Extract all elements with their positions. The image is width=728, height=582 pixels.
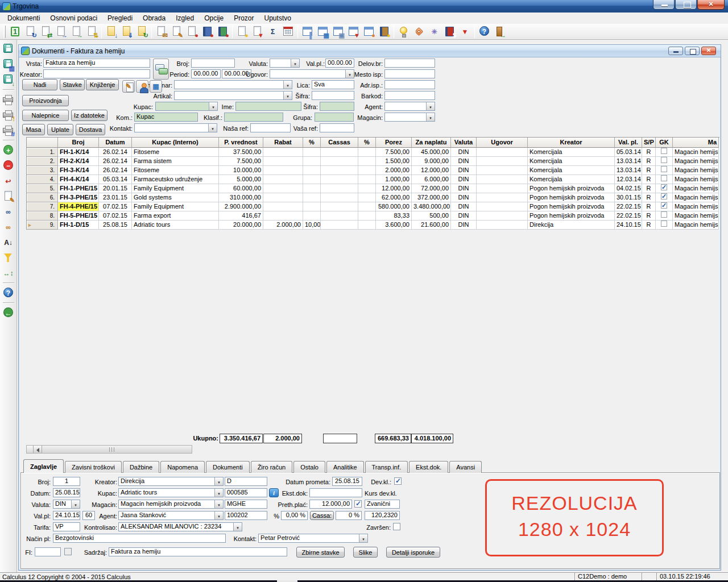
klasif-input[interactable] bbox=[224, 113, 283, 122]
edit-row-icon[interactable]: ✎ bbox=[1, 189, 15, 203]
save-window-icon[interactable]: ▥ bbox=[1, 57, 15, 72]
zavrsen-checkbox[interactable] bbox=[393, 523, 400, 530]
f-kupac-code-input[interactable]: 000585 bbox=[225, 488, 267, 497]
grid-header-gk[interactable]: GK bbox=[656, 138, 673, 148]
chevron-down-icon[interactable] bbox=[209, 102, 217, 110]
close-button[interactable] bbox=[697, 0, 725, 10]
tab-avansi[interactable]: Avansi bbox=[449, 461, 482, 473]
adrisp-input[interactable] bbox=[384, 80, 435, 89]
broj-input[interactable] bbox=[191, 59, 235, 68]
delovbr-input[interactable] bbox=[384, 59, 435, 68]
copy-view-icon[interactable]: ▣ bbox=[331, 24, 345, 39]
scrollbar-grip[interactable] bbox=[27, 446, 34, 453]
table-row[interactable]: 9.FH-1-D/1525.08.15Adriatic tours20.000,… bbox=[27, 221, 719, 230]
table-row[interactable]: 2.FH-2-K/1426.02.14Farma sistem7.500,001… bbox=[27, 157, 719, 166]
grid-header-valuta[interactable]: Valuta bbox=[451, 138, 477, 148]
ledger-green-icon[interactable]: ● bbox=[216, 24, 230, 39]
tab-žiro-račun[interactable]: Žiro račun bbox=[251, 461, 293, 473]
gk-checkbox[interactable] bbox=[661, 157, 667, 163]
grid-header-pv[interactable]: P. vrednost bbox=[219, 138, 263, 148]
chevron-down-icon[interactable] bbox=[214, 489, 223, 497]
nacin-input[interactable]: Bezgotovinski bbox=[53, 534, 226, 543]
ekstdok-input[interactable] bbox=[309, 488, 362, 497]
tab-ostalo[interactable]: Ostalo bbox=[293, 461, 325, 473]
gk-checkbox[interactable] bbox=[661, 202, 667, 209]
table-row[interactable]: 3.FH-3-K/1426.02.14Fitoseme10.000,002.00… bbox=[27, 166, 719, 175]
refresh-document-icon[interactable]: ⇄ bbox=[39, 24, 53, 39]
vasaref-input[interactable] bbox=[320, 123, 354, 132]
menu-uputstvo[interactable]: Uputstvo bbox=[259, 13, 296, 24]
artikal-dropdown[interactable] bbox=[174, 91, 292, 100]
labels-icon[interactable] bbox=[412, 24, 426, 39]
tab-dažbine[interactable]: Dažbine bbox=[123, 461, 159, 473]
priority-icon[interactable]: ▼ bbox=[458, 24, 472, 39]
chevron-down-icon[interactable] bbox=[291, 59, 299, 67]
kreator-input[interactable] bbox=[43, 69, 150, 78]
documents-grid[interactable]: BrojDatumKupac (Interno)P. vrednostRabat… bbox=[26, 137, 719, 230]
restore-button[interactable] bbox=[675, 0, 697, 10]
izdatoteke-button[interactable]: Iz datoteke bbox=[71, 110, 107, 121]
grid-header-porez[interactable]: Porez bbox=[376, 138, 412, 148]
devkl-checkbox[interactable] bbox=[394, 477, 402, 485]
fi-input[interactable] bbox=[35, 547, 61, 556]
print-fast-icon[interactable]: ! bbox=[1, 108, 15, 122]
kom-input[interactable]: Kupac bbox=[134, 113, 198, 122]
chevron-down-icon[interactable] bbox=[214, 500, 223, 508]
doc-minimize-button[interactable] bbox=[668, 47, 683, 55]
f-magacin-code-input[interactable]: MGHE bbox=[225, 500, 267, 509]
detalji-isporuke-button[interactable]: Detalji isporuke bbox=[386, 547, 440, 558]
minimize-button[interactable] bbox=[653, 0, 675, 10]
nadi-button[interactable]: Nađi bbox=[22, 79, 57, 90]
send-mail-icon[interactable]: ✉ bbox=[154, 24, 168, 39]
view-grid-icon[interactable]: ▦ bbox=[316, 24, 330, 39]
delete-row-icon[interactable]: − bbox=[1, 159, 15, 173]
chevron-down-icon[interactable] bbox=[359, 534, 367, 542]
save-icon[interactable] bbox=[1, 42, 15, 56]
preth-checkbox[interactable] bbox=[354, 500, 362, 508]
masa-button[interactable]: Masa bbox=[22, 124, 45, 135]
tab-dokumenti[interactable]: Dokumenti bbox=[206, 461, 250, 473]
menu-pregledi[interactable]: Pregledi bbox=[102, 13, 138, 24]
table-row[interactable]: 7.FH-4-PHE/1507.02.15Family Equipment2.9… bbox=[27, 202, 719, 211]
grupa-input[interactable] bbox=[315, 113, 354, 122]
undo-icon[interactable]: ↩ bbox=[1, 174, 15, 188]
grid-header-rabat[interactable]: Rabat bbox=[263, 138, 303, 148]
chevron-down-icon[interactable] bbox=[426, 102, 435, 110]
valpl-input[interactable]: 00.00.00 bbox=[325, 59, 354, 68]
user-info-button[interactable] bbox=[136, 80, 148, 93]
edit-document-icon[interactable]: ✎ bbox=[169, 24, 184, 39]
f-kontakt-dropdown[interactable]: Petar Petrović bbox=[258, 534, 368, 543]
org-structure-button[interactable]: ▦ bbox=[150, 80, 162, 93]
ledger-blue-icon[interactable]: ● bbox=[200, 24, 214, 39]
table-row[interactable]: 5.FH-1-PHE/1520.01.15Family Equipment60.… bbox=[27, 184, 719, 193]
f-valuta-dropdown[interactable]: DIN bbox=[53, 500, 80, 509]
documents-filter-icon[interactable]: ▼ bbox=[250, 24, 264, 39]
gk-checkbox[interactable] bbox=[661, 221, 667, 227]
menu-osnovni-podaci[interactable]: Osnovni podaci bbox=[45, 13, 102, 24]
knjizenje-button[interactable]: Knjiženje bbox=[86, 79, 119, 90]
menu-prozor[interactable]: Prozor bbox=[229, 13, 259, 24]
slike-button[interactable]: Slike bbox=[353, 547, 378, 558]
toolbar-grip[interactable] bbox=[3, 26, 6, 38]
period-from-input[interactable]: 00.00.00 bbox=[191, 69, 221, 78]
sadrzaj-input[interactable]: Faktura za hemiju bbox=[109, 547, 287, 556]
tab-zavisni-troškovi[interactable]: Zavisni troškovi bbox=[65, 461, 122, 473]
ugovor-dropdown[interactable] bbox=[270, 69, 354, 78]
find-icon[interactable]: ∞ bbox=[1, 205, 15, 219]
zbirne-stavke-button[interactable]: Zbirne stavke bbox=[296, 547, 345, 558]
chevron-down-icon[interactable] bbox=[214, 477, 223, 485]
chevron-down-icon[interactable] bbox=[283, 92, 292, 99]
table-row[interactable]: 8.FH-5-PHE/1507.02.15Farma export416,678… bbox=[27, 211, 719, 221]
tarifa-input[interactable]: VP bbox=[53, 522, 80, 531]
chevron-down-icon[interactable] bbox=[345, 70, 354, 78]
f-kreator-code-input[interactable]: D bbox=[225, 477, 267, 486]
next-document-icon[interactable]: → bbox=[54, 24, 68, 39]
menu-dokumenti[interactable]: Dokumenti bbox=[2, 13, 45, 24]
chevron-down-icon[interactable] bbox=[71, 500, 80, 508]
ime-input[interactable] bbox=[235, 102, 301, 111]
gk-checkbox[interactable] bbox=[661, 166, 667, 172]
kontakt-dropdown[interactable] bbox=[134, 123, 217, 132]
tab-transp-inf-[interactable]: Transp.inf. bbox=[365, 461, 408, 473]
add-row-icon[interactable]: + bbox=[1, 143, 15, 157]
menu-obrada[interactable]: Obrada bbox=[138, 13, 171, 24]
